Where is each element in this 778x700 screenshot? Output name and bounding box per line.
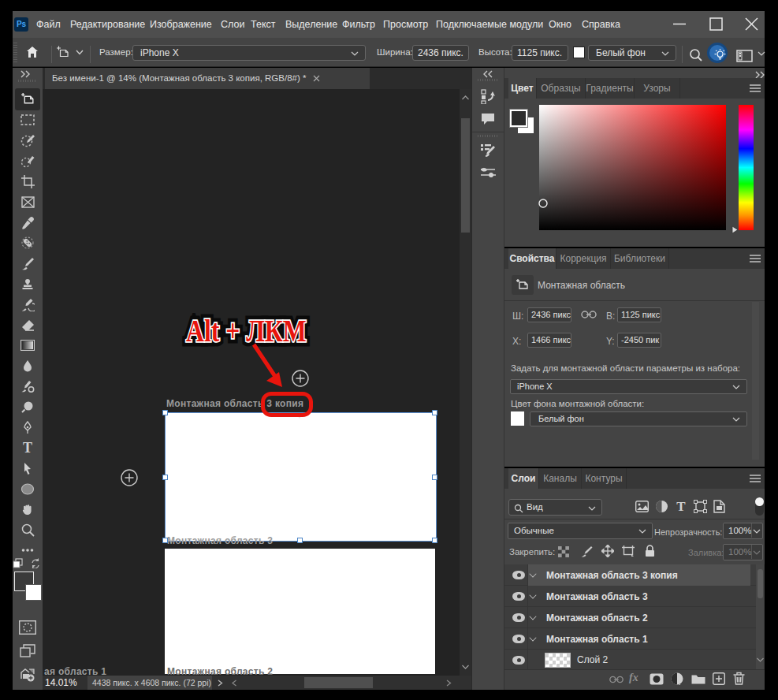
svg-text:T: T bbox=[23, 441, 32, 454]
svg-text:T: T bbox=[676, 500, 686, 512]
